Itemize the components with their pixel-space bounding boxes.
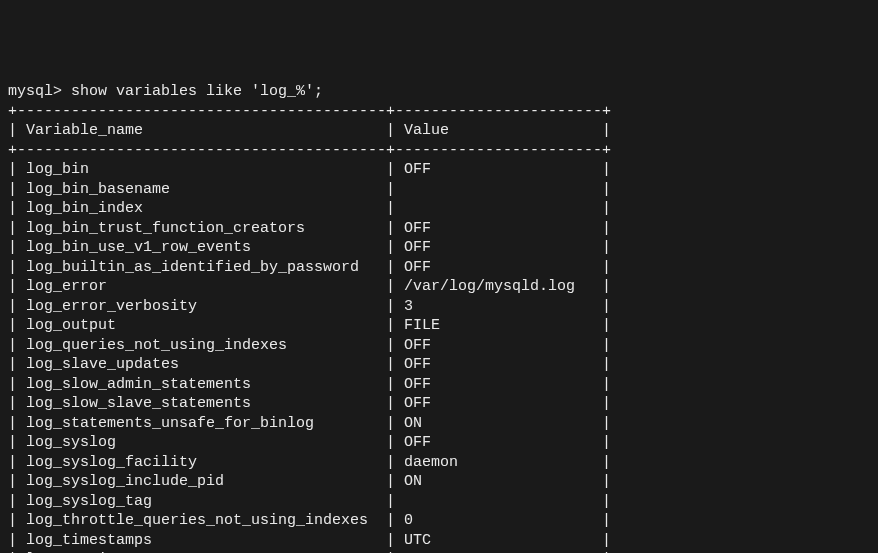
table-row: | log_slow_admin_statements | OFF | — [8, 375, 870, 395]
table-border: +---------------------------------------… — [8, 102, 870, 122]
table-row: | log_error_verbosity | 3 | — [8, 297, 870, 317]
table-row: | log_syslog_facility | daemon | — [8, 453, 870, 473]
table-row: | log_builtin_as_identified_by_password … — [8, 258, 870, 278]
table-row: | log_timestamps | UTC | — [8, 531, 870, 551]
table-row: | log_bin_basename | | — [8, 180, 870, 200]
terminal-output[interactable]: mysql> show variables like 'log_%';+----… — [8, 82, 870, 553]
table-row: | log_throttle_queries_not_using_indexes… — [8, 511, 870, 531]
command-line: mysql> show variables like 'log_%'; — [8, 82, 870, 102]
table-row: | log_syslog_include_pid | ON | — [8, 472, 870, 492]
table-row: | log_output | FILE | — [8, 316, 870, 336]
table-row: | log_bin | OFF | — [8, 160, 870, 180]
table-row: | log_slave_updates | OFF | — [8, 355, 870, 375]
table-row: | log_queries_not_using_indexes | OFF | — [8, 336, 870, 356]
table-row: | log_bin_trust_function_creators | OFF … — [8, 219, 870, 239]
table-row: | log_statements_unsafe_for_binlog | ON … — [8, 414, 870, 434]
table-row: | log_bin_use_v1_row_events | OFF | — [8, 238, 870, 258]
table-row: | log_error | /var/log/mysqld.log | — [8, 277, 870, 297]
table-border: +---------------------------------------… — [8, 141, 870, 161]
table-row: | log_bin_index | | — [8, 199, 870, 219]
table-row: | log_slow_slave_statements | OFF | — [8, 394, 870, 414]
table-row: | log_syslog | OFF | — [8, 433, 870, 453]
table-row: | log_syslog_tag | | — [8, 492, 870, 512]
table-header: | Variable_name | Value | — [8, 121, 870, 141]
